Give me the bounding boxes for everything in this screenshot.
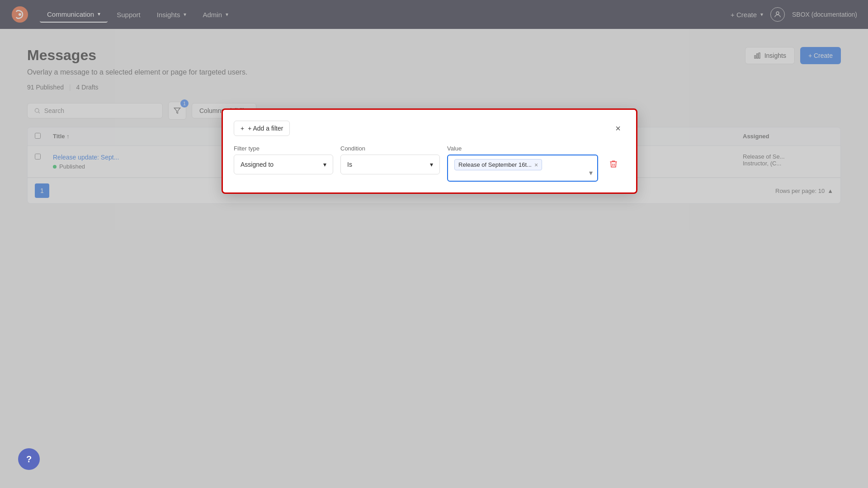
condition-group: Condition Is ▾ — [340, 145, 440, 174]
filter-type-label: Filter type — [234, 145, 333, 152]
chevron-down-icon: ▾ — [430, 161, 433, 168]
value-tag: Release of September 16t... × — [454, 159, 542, 170]
delete-filter-button[interactable] — [605, 156, 622, 172]
condition-label: Condition — [340, 145, 440, 152]
filter-row: Filter type Assigned to ▾ Condition Is ▾… — [234, 145, 625, 182]
value-tag-text: Release of September 16t... — [458, 161, 532, 168]
value-group: Value Release of September 16t... × ▾ — [447, 145, 598, 182]
filter-type-value: Assigned to — [241, 161, 274, 168]
trash-icon — [609, 160, 618, 169]
close-modal-button[interactable]: × — [611, 121, 625, 136]
value-input[interactable]: Release of September 16t... × ▾ — [447, 155, 598, 182]
value-label: Value — [447, 145, 598, 152]
filter-type-select[interactable]: Assigned to ▾ — [234, 155, 333, 174]
add-filter-button[interactable]: + + Add a filter — [234, 121, 290, 136]
plus-icon: + — [241, 125, 244, 132]
value-tag-remove-button[interactable]: × — [534, 162, 538, 168]
filter-modal: + + Add a filter × Filter type Assigned … — [222, 108, 637, 194]
condition-select[interactable]: Is ▾ — [340, 155, 440, 174]
condition-value: Is — [347, 161, 352, 168]
filter-type-group: Filter type Assigned to ▾ — [234, 145, 333, 174]
filter-modal-header: + + Add a filter × — [234, 121, 625, 136]
chevron-down-icon: ▾ — [323, 161, 326, 168]
help-button[interactable]: ? — [18, 448, 40, 470]
overlay-backdrop[interactable] — [0, 0, 868, 488]
value-dropdown-arrow[interactable]: ▾ — [589, 169, 593, 177]
